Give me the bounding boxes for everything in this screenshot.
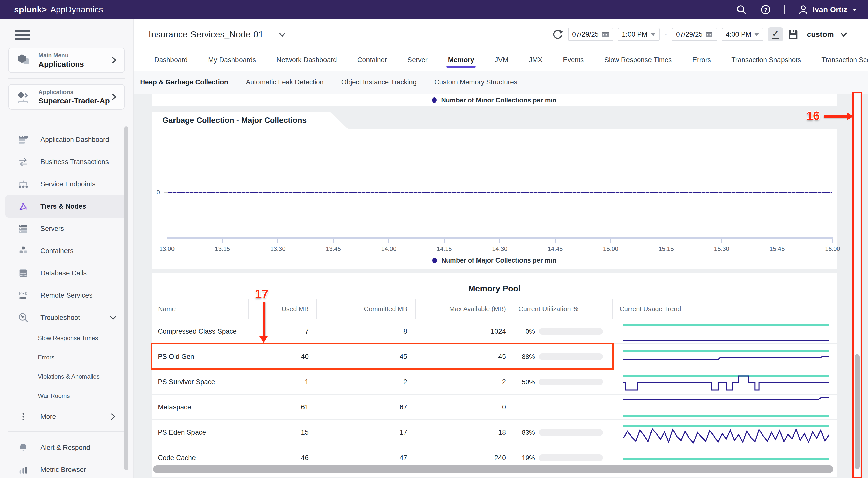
- start-date-value: 07/29/25: [572, 31, 599, 38]
- cell-used: 15: [250, 420, 309, 445]
- sidebar-item-alert-and-respond[interactable]: Alert & Respond: [5, 437, 128, 459]
- column-header-used-mb[interactable]: Used MB: [248, 299, 316, 319]
- subtab-custom-memory-structures[interactable]: Custom Memory Structures: [434, 78, 518, 86]
- table-row-metaspace[interactable]: Metaspace 61 67 0: [152, 394, 837, 420]
- subtab-heap-garbage-collection[interactable]: Heap & Garbage Collection: [140, 78, 228, 86]
- end-time-select[interactable]: 4:00 PM: [722, 28, 764, 41]
- x-tick-label: 15:30: [714, 245, 729, 252]
- hamburger-menu-icon[interactable]: [15, 30, 30, 42]
- tab-network-dashboard[interactable]: Network Dashboard: [276, 52, 337, 68]
- tab-transaction-score[interactable]: Transaction Score: [821, 52, 868, 68]
- sidebar-subitem-slow-response-times[interactable]: Slow Response Times: [5, 328, 128, 348]
- start-time-select[interactable]: 1:00 PM: [618, 28, 660, 41]
- subtab-object-instance-tracking[interactable]: Object Instance Tracking: [341, 78, 416, 86]
- search-icon[interactable]: [736, 4, 747, 15]
- tab-errors[interactable]: Errors: [692, 52, 712, 68]
- cell-committed: 17: [319, 420, 407, 445]
- tab-transaction-snapshots[interactable]: Transaction Snapshots: [731, 52, 802, 68]
- chevron-down-icon: [109, 314, 117, 321]
- node-selector[interactable]: Insurance-Services_Node-01: [149, 29, 286, 39]
- tab-server[interactable]: Server: [407, 52, 428, 68]
- tab-jvm[interactable]: JVM: [494, 52, 509, 68]
- memory-pool-title: Memory Pool: [152, 284, 837, 293]
- sidebar-item-application-dashboard[interactable]: Application Dashboard: [5, 128, 128, 151]
- sidebar-item-more[interactable]: More: [5, 406, 128, 428]
- cell-used: 7: [250, 319, 309, 344]
- main-menu-card[interactable]: Main Menu Applications: [8, 47, 125, 73]
- sidebar-subitem-errors[interactable]: Errors: [5, 348, 128, 367]
- sidebar-item-metric-browser[interactable]: Metric Browser: [5, 458, 128, 478]
- table-row-ps-survivor-space[interactable]: PS Survivor Space 1 2 2 50%: [152, 369, 837, 394]
- help-icon[interactable]: ?: [760, 4, 771, 15]
- application-name: Supercar-Trader-Ap...: [38, 97, 110, 105]
- sidebar-item-label: Tiers & Nodes: [40, 202, 86, 211]
- sidebar-item-label: Servers: [40, 225, 64, 233]
- sidebar-divider: [8, 78, 125, 79]
- apply-time-range-button[interactable]: ✓: [768, 27, 783, 41]
- tab-memory[interactable]: Memory: [447, 52, 475, 68]
- refresh-icon[interactable]: [551, 28, 563, 40]
- memory-subtabs: Heap & Garbage Collection Automatic Leak…: [133, 71, 868, 94]
- user-menu[interactable]: Ivan Ortiz: [798, 4, 858, 15]
- sidebar-item-label: Service Endpoints: [40, 180, 96, 188]
- end-date-value: 07/29/25: [676, 31, 703, 38]
- preset-value: custom: [807, 30, 834, 39]
- cell-max: 2: [417, 369, 506, 394]
- legend-dot-icon: [432, 97, 437, 103]
- sidebar-item-servers[interactable]: Servers: [5, 218, 128, 240]
- tab-my-dashboards[interactable]: My Dashboards: [208, 52, 256, 68]
- cell-utilization: 50%: [514, 369, 622, 394]
- application-flow-icon: [18, 90, 31, 103]
- minor-collections-chart-bottom: Number of Minor Collections per min: [152, 94, 837, 106]
- column-header-name[interactable]: Name: [152, 299, 248, 319]
- time-preset-select[interactable]: custom: [807, 30, 848, 39]
- sidebar-scrollbar[interactable]: [124, 126, 128, 470]
- tab-container[interactable]: Container: [357, 52, 388, 68]
- table-row-compressed-class-space[interactable]: Compressed Class Space 7 8 1024 0%: [152, 319, 837, 344]
- usage-trend-sparkline: [623, 371, 829, 393]
- start-date-field[interactable]: 07/29/25: [568, 28, 613, 41]
- tab-slow-response-times[interactable]: Slow Response Times: [604, 52, 673, 68]
- caret-down-icon: [650, 33, 656, 36]
- column-header-committed-mb[interactable]: Committed MB: [316, 299, 415, 319]
- column-header-current-usage-trend[interactable]: Current Usage Trend: [612, 299, 837, 319]
- utilization-bar: [539, 429, 603, 436]
- utilization-percent: 50%: [514, 378, 535, 386]
- cell-name: PS Eden Space: [158, 420, 248, 445]
- column-header-current-utilization[interactable]: Current Utilization %: [513, 299, 612, 319]
- cell-used: 1: [250, 369, 309, 394]
- usage-trend-sparkline: [623, 421, 829, 444]
- sidebar-item-label: Metric Browser: [40, 466, 86, 474]
- sidebar-item-troubleshoot[interactable]: Troubleshoot: [5, 307, 128, 329]
- sidebar-item-tiers-and-nodes[interactable]: Tiers & Nodes: [5, 195, 128, 218]
- tab-jmx[interactable]: JMX: [528, 52, 543, 68]
- annotation-16-arrow: [824, 115, 848, 118]
- containers-icon: [18, 246, 28, 256]
- x-tick-label: 15:00: [603, 245, 618, 252]
- sidebar-item-label: Troubleshoot: [40, 314, 80, 322]
- application-selector-card[interactable]: Applications Supercar-Trader-Ap...: [8, 84, 125, 109]
- sidebar-item-service-endpoints[interactable]: Service Endpoints: [5, 173, 128, 195]
- table-horizontal-scrollbar[interactable]: [153, 465, 833, 473]
- x-tick-label: 15:45: [770, 245, 785, 252]
- column-header-max-available[interactable]: Max Available (MB): [415, 299, 513, 319]
- annotation-17-arrow: [262, 302, 265, 337]
- annotation-17-label: 17: [255, 287, 268, 301]
- major-collections-legend: Number of Major Collections per min: [432, 256, 556, 264]
- utilization-percent: 83%: [514, 429, 535, 437]
- sidebar-item-containers[interactable]: Containers: [5, 240, 128, 262]
- end-date-field[interactable]: 07/29/25: [672, 28, 717, 41]
- sidebar-item-business-transactions[interactable]: Business Transactions: [5, 151, 128, 173]
- applications-hexagon-icon: [18, 54, 31, 67]
- sidebar-subitem-violations-anomalies[interactable]: Violations & Anomalies: [5, 367, 128, 386]
- range-separator: -: [665, 31, 667, 38]
- table-row-ps-eden-space[interactable]: PS Eden Space 15 17 18 83%: [152, 420, 837, 445]
- tab-events[interactable]: Events: [562, 52, 585, 68]
- sidebar-subitem-war-rooms[interactable]: War Rooms: [5, 386, 128, 406]
- save-icon[interactable]: [787, 28, 799, 40]
- brand-logo: splunk>AppDynamics: [14, 5, 103, 14]
- subtab-automatic-leak-detection[interactable]: Automatic Leak Detection: [246, 78, 324, 86]
- sidebar-item-database-calls[interactable]: Database Calls: [5, 262, 128, 284]
- sidebar-item-remote-services[interactable]: Remote Services: [5, 284, 128, 307]
- tab-dashboard[interactable]: Dashboard: [154, 52, 188, 68]
